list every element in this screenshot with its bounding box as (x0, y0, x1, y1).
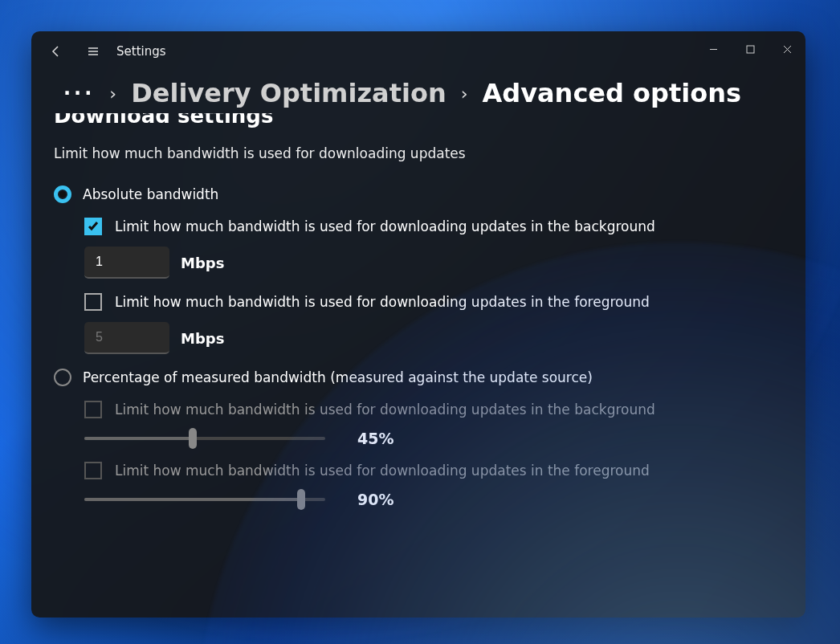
abs-bg-limit-row: Limit how much bandwidth is used for dow… (84, 218, 783, 235)
window-title: Settings (116, 44, 166, 59)
content-area: Download settings Limit how much bandwid… (31, 113, 805, 595)
pct-fg-value: 90% (357, 491, 393, 508)
chevron-right-icon: › (461, 84, 468, 104)
pct-bg-value: 45% (357, 430, 393, 447)
radio-absolute-label: Absolute bandwidth (83, 186, 218, 202)
hamburger-menu-button[interactable] (75, 34, 112, 69)
radio-percentage-label: Percentage of measured bandwidth (measur… (83, 369, 593, 385)
svg-rect-0 (747, 46, 754, 53)
pct-bg-slider[interactable] (84, 430, 325, 446)
pct-bg-limit-checkbox[interactable] (84, 401, 102, 418)
radio-absolute-bandwidth-row: Absolute bandwidth (54, 185, 783, 203)
breadcrumb-current: Advanced options (482, 78, 741, 108)
breadcrumb: ··· › Delivery Optimization › Advanced o… (31, 71, 805, 113)
abs-bg-mbps-input[interactable] (84, 247, 169, 279)
pct-fg-limit-row: Limit how much bandwidth is used for dow… (84, 462, 783, 479)
abs-bg-value-row: Mbps (84, 247, 783, 279)
minimize-button[interactable] (695, 36, 732, 62)
abs-fg-value-row: Mbps (84, 322, 783, 354)
window-controls (695, 36, 805, 62)
back-button[interactable] (38, 34, 75, 69)
breadcrumb-overflow-button[interactable]: ··· (63, 82, 95, 104)
pct-bg-slider-row: 45% (84, 430, 783, 447)
pct-bg-limit-row: Limit how much bandwidth is used for dow… (84, 401, 783, 418)
pct-bg-limit-label: Limit how much bandwidth is used for dow… (115, 401, 655, 418)
pct-fg-slider-row: 90% (84, 491, 783, 508)
abs-fg-limit-label: Limit how much bandwidth is used for dow… (115, 294, 650, 310)
titlebar: Settings (31, 31, 805, 71)
pct-fg-limit-checkbox[interactable] (84, 462, 102, 479)
abs-bg-limit-checkbox[interactable] (84, 218, 102, 235)
pct-fg-slider[interactable] (84, 491, 325, 507)
section-description: Limit how much bandwidth is used for dow… (54, 145, 783, 161)
abs-bg-limit-label: Limit how much bandwidth is used for dow… (115, 218, 655, 234)
chevron-right-icon: › (109, 84, 116, 104)
breadcrumb-delivery-optimization[interactable]: Delivery Optimization (131, 78, 446, 108)
abs-fg-limit-row: Limit how much bandwidth is used for dow… (84, 293, 783, 311)
radio-percentage-row: Percentage of measured bandwidth (measur… (54, 369, 783, 386)
radio-percentage-bandwidth[interactable] (54, 369, 71, 386)
maximize-button[interactable] (732, 36, 769, 62)
radio-absolute-bandwidth[interactable] (54, 185, 71, 203)
section-heading: Download settings (54, 113, 783, 128)
settings-window: Settings ··· › Delivery Optimization › A… (31, 31, 805, 618)
pct-fg-limit-label: Limit how much bandwidth is used for dow… (115, 463, 650, 479)
abs-fg-mbps-input[interactable] (84, 322, 169, 354)
abs-bg-unit: Mbps (181, 255, 224, 271)
close-button[interactable] (769, 36, 805, 62)
abs-fg-unit: Mbps (181, 330, 224, 347)
abs-fg-limit-checkbox[interactable] (84, 293, 102, 311)
